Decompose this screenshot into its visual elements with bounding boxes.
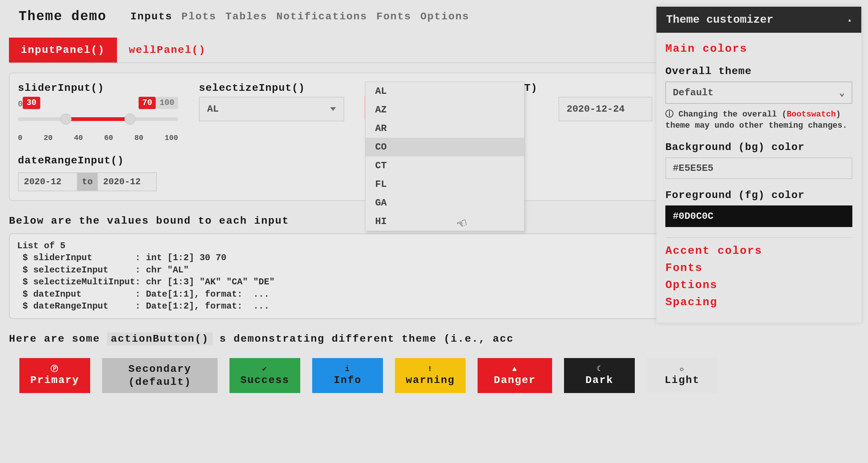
slider-fill <box>66 117 130 121</box>
chevron-up-icon: ▴ <box>848 16 852 24</box>
selectize-label: selectizeInput() <box>199 82 344 94</box>
chevron-down-icon: ⌄ <box>839 87 845 99</box>
nav-item-plots[interactable]: Plots <box>181 11 216 22</box>
fg-color-input[interactable]: #0D0C0C <box>665 205 852 227</box>
light-button[interactable]: ☼ Light <box>647 358 717 393</box>
date-input[interactable]: 2020-12-24 <box>558 97 652 121</box>
chevron-down-icon <box>330 107 336 111</box>
overall-theme-select[interactable]: Default ⌄ <box>665 82 852 104</box>
nav-item-notifications[interactable]: Notifications <box>276 11 367 22</box>
slider-handle-hi[interactable] <box>124 114 136 125</box>
moon-icon: ☾ <box>597 365 602 373</box>
slider-value-hi: 70 <box>139 97 156 109</box>
customizer-header[interactable]: Theme customizer ▴ <box>656 7 861 33</box>
btn-label: warning <box>406 374 455 386</box>
intro-code: actionButton() <box>107 332 212 345</box>
danger-button[interactable]: ▲ Danger <box>478 358 552 393</box>
ruler-tick: 0 <box>18 134 22 142</box>
section-main-colors[interactable]: Main colors <box>665 42 852 55</box>
warning-button[interactable]: ! warning <box>395 358 466 393</box>
theme-customizer-panel: Theme customizer ▴ Main colors Overall t… <box>656 7 861 323</box>
date-group: 2020-12-24 <box>558 82 652 142</box>
daterange-sep: to <box>77 172 97 191</box>
dropdown-option-highlighted[interactable]: CO <box>365 138 524 156</box>
info-icon: i <box>345 365 350 373</box>
section-fonts[interactable]: Fonts <box>665 262 852 274</box>
nav-item-options[interactable]: Options <box>420 11 469 22</box>
ruler-tick: 100 <box>165 134 178 142</box>
overall-theme-label: Overall theme <box>665 66 852 77</box>
navbar-brand: Theme demo <box>19 9 107 24</box>
slider-group: sliderInput() 0 30 70 100 0 20 40 <box>18 82 178 142</box>
selectize-dropdown: AL AZ AR CO CT FL GA HI <box>365 82 525 231</box>
section-accent-colors[interactable]: Accent colors <box>665 245 852 257</box>
slider-max: 100 <box>156 97 178 109</box>
slider-ruler: 0 20 40 60 80 100 <box>18 134 178 142</box>
slider-min: 0 <box>18 100 23 109</box>
tab-inputpanel[interactable]: inputPanel() <box>9 38 117 63</box>
action-button-row: Ⓟ Primary Secondary (default) ✔ Success … <box>9 358 859 393</box>
ruler-tick: 80 <box>134 134 143 142</box>
info-button[interactable]: i Info <box>312 358 383 393</box>
slider-track[interactable] <box>18 117 178 121</box>
secondary-button[interactable]: Secondary (default) <box>102 358 218 393</box>
sun-icon: ☼ <box>679 365 685 373</box>
dropdown-option[interactable]: AR <box>365 119 524 138</box>
btn-label: Primary <box>30 374 79 386</box>
overall-theme-hint: ⓘ Changing the overall (Bootswatch) them… <box>665 109 852 131</box>
ruler-tick: 60 <box>104 134 113 142</box>
alert-triangle-icon: ▲ <box>512 365 517 373</box>
separator <box>665 237 852 238</box>
section-spacing[interactable]: Spacing <box>665 296 852 309</box>
daterange-from[interactable]: 2020-12 <box>18 172 77 191</box>
bootswatch-link[interactable]: Bootswatch <box>787 110 836 119</box>
intro-text: Here are some <box>9 333 107 345</box>
section-options[interactable]: Options <box>665 279 852 291</box>
ruler-tick: 20 <box>44 134 53 142</box>
bg-color-label: Background (bg) color <box>665 141 852 153</box>
buttons-intro: Here are some actionButton() s demonstra… <box>9 333 859 345</box>
slider-handle-lo[interactable] <box>60 114 72 125</box>
nav-item-tables[interactable]: Tables <box>225 11 267 22</box>
btn-label: Secondary <box>128 363 191 375</box>
slider-top-row: 0 30 70 100 <box>18 97 178 109</box>
dropdown-option[interactable]: GA <box>365 194 524 212</box>
date-label <box>558 82 652 94</box>
overall-theme-value: Default <box>673 87 713 98</box>
btn-label: Light <box>665 374 700 386</box>
bg-color-input[interactable]: #E5E5E5 <box>665 157 852 179</box>
exclamation-icon: ! <box>428 365 433 373</box>
primary-button[interactable]: Ⓟ Primary <box>19 358 90 393</box>
fg-color-label: Foreground (fg) color <box>665 189 852 201</box>
nav-item-fonts[interactable]: Fonts <box>376 11 411 22</box>
selectize-group: selectizeInput() AL <box>199 82 344 142</box>
intro-text: s demonstrating different theme (i.e., a… <box>219 333 514 345</box>
btn-sublabel: (default) <box>128 376 191 388</box>
slider-value-lo: 30 <box>23 97 40 109</box>
hint-text: ⓘ Changing the overall ( <box>665 110 787 119</box>
check-icon: ✔ <box>262 365 267 373</box>
dark-button[interactable]: ☾ Dark <box>564 358 635 393</box>
btn-label: Info <box>333 374 361 386</box>
dropdown-option[interactable]: AL <box>365 82 524 100</box>
selectize-multi-group: selectizeInput(multiple=T) AK CA DE AL A… <box>365 82 538 142</box>
daterange-to[interactable]: 2020-12 <box>97 172 157 191</box>
parking-icon: Ⓟ <box>51 365 59 373</box>
selectize-input[interactable]: AL <box>199 97 344 121</box>
nav-item-inputs[interactable]: Inputs <box>130 11 172 22</box>
btn-label: Danger <box>494 374 536 386</box>
dropdown-option[interactable]: FL <box>365 175 524 194</box>
customizer-title: Theme customizer <box>666 13 773 26</box>
dropdown-option[interactable]: AZ <box>365 100 524 119</box>
success-button[interactable]: ✔ Success <box>229 358 300 393</box>
btn-label: Success <box>240 374 289 386</box>
slider-label: sliderInput() <box>18 82 178 94</box>
dropdown-option[interactable]: CT <box>365 156 524 175</box>
tab-wellpanel[interactable]: wellPanel() <box>117 38 218 63</box>
dropdown-option[interactable]: HI <box>365 212 524 231</box>
btn-label: Dark <box>585 374 613 386</box>
ruler-tick: 40 <box>74 134 83 142</box>
customizer-body: Main colors Overall theme Default ⌄ ⓘ Ch… <box>656 33 861 323</box>
selectize-value: AL <box>207 103 219 115</box>
